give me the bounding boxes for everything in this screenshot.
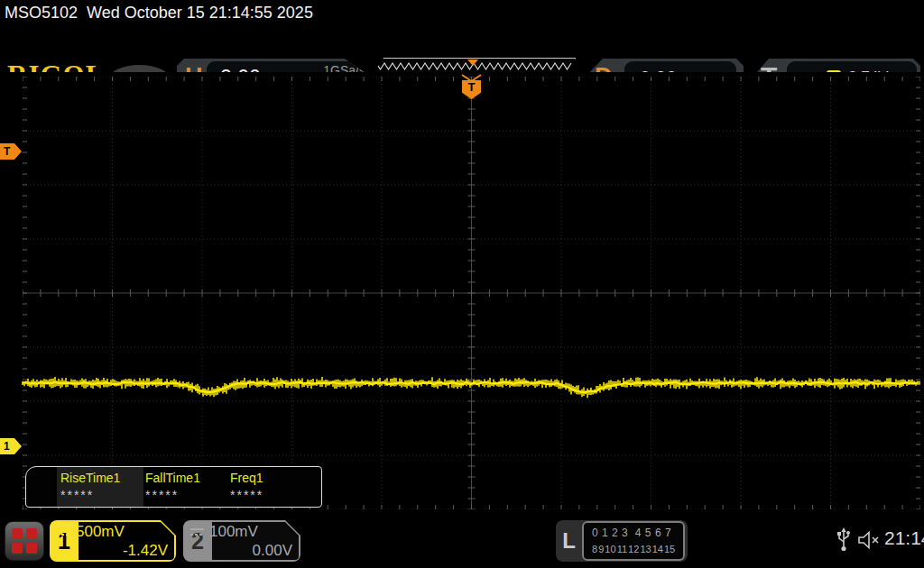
- measurement-label: RiseTime1: [60, 471, 145, 485]
- menu-grid-button[interactable]: [5, 521, 44, 561]
- logic-channel-numbers: 0 1 2 3 4 5 6 7 8 9 10 11 12 13 14 15: [582, 521, 685, 561]
- measurement-item[interactable]: FallTime1 *****: [145, 471, 230, 502]
- trigger-position-label: T: [468, 80, 476, 94]
- measurement-item[interactable]: RiseTime1 *****: [60, 471, 145, 502]
- logic-channels-block[interactable]: L 0 1 2 3 4 5 6 7 8 9 10 11 12 13 14 15: [556, 520, 688, 562]
- dc-coupling-icon: [56, 527, 71, 537]
- measurement-label: FallTime1: [145, 471, 230, 485]
- menu-grid-icon: [12, 528, 37, 554]
- measurement-item[interactable]: Freq1 *****: [230, 471, 315, 502]
- model-and-datetime: MSO5102 Wed October 15 21:14:55 2025: [5, 4, 313, 23]
- header-bar: RIGOL STOP H 2.00ms 1GSa/s 20Mpts Measur…: [0, 27, 924, 72]
- waveform-display-area: T 1 T RiseTime1 ***** FallTime1 ***** Fr…: [0, 72, 924, 514]
- measurement-value: *****: [60, 488, 145, 502]
- channel1-scale: 500mV: [76, 523, 125, 541]
- measurement-label: Freq1: [230, 471, 315, 485]
- channel1-status-block[interactable]: 1 500mV -1.42V: [50, 520, 176, 562]
- channel1-scale-line: 500mV: [56, 523, 125, 541]
- channel2-scale-line: 100mV: [189, 523, 258, 541]
- channel1-waveform-trace: [0, 72, 924, 514]
- usb-icon: [836, 527, 852, 553]
- logic-row-8-15: 8 9 10 11 12 13 14 15: [592, 541, 675, 557]
- channel2-scale: 100mV: [209, 523, 258, 541]
- measurement-value: *****: [230, 488, 315, 502]
- measurement-results-box[interactable]: RiseTime1 ***** FallTime1 ***** Freq1 **…: [25, 466, 322, 508]
- overview-position-marker[interactable]: [467, 60, 478, 66]
- dc-coupling-icon: [189, 527, 205, 537]
- trigger-position-shield-icon: T: [462, 80, 481, 99]
- channel1-offset: -1.42V: [123, 542, 168, 560]
- clock: 21:14: [884, 527, 924, 549]
- logic-row-0-7: 0 1 2 3 4 5 6 7: [592, 525, 675, 541]
- measurement-value: *****: [145, 488, 230, 502]
- channel2-offset: 0.00V: [253, 542, 292, 560]
- top-info-bar: MSO5102 Wed October 15 21:14:55 2025: [0, 0, 924, 27]
- speaker-muted-icon: [857, 531, 881, 549]
- channel1-ground-marker-label: 1: [4, 440, 10, 453]
- channel2-status-block[interactable]: 2 100mV 0.00V: [183, 520, 300, 562]
- logic-label: L: [556, 528, 582, 554]
- trigger-level-marker-label: T: [4, 145, 10, 158]
- bottom-status-bar: 1 500mV -1.42V 2 100mV 0.00V L 0 1 2 3 4…: [0, 514, 924, 568]
- trigger-position-marker[interactable]: T: [461, 74, 482, 99]
